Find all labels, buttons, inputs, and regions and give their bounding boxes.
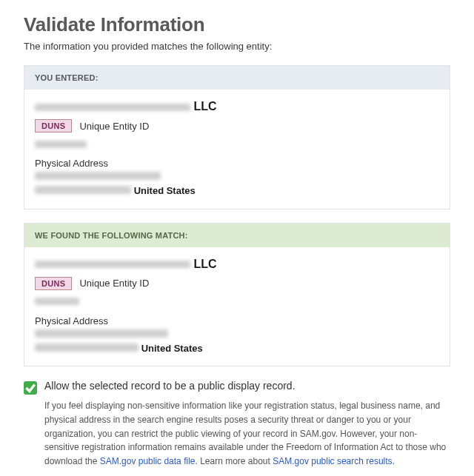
entered-panel: YOU ENTERED: LLC DUNS Unique Entity ID P…: [24, 65, 450, 209]
public-data-file-link[interactable]: SAM.gov public data file: [100, 456, 196, 466]
uei-label: Unique Entity ID: [79, 278, 149, 289]
entered-entity-suffix: LLC: [193, 100, 216, 113]
redacted-entity-name: [35, 261, 190, 268]
duns-badge: DUNS: [35, 119, 72, 133]
redacted-address-line1: [35, 172, 161, 180]
public-display-help: If you feel displaying non-sensitive inf…: [44, 399, 450, 468]
public-display-label: Allow the selected record to be a public…: [44, 380, 296, 392]
redacted-address-line1: [35, 329, 168, 338]
match-entity-suffix: LLC: [193, 258, 216, 270]
redacted-address-line2: [35, 186, 131, 194]
entered-address-country: United States: [134, 185, 196, 196]
redacted-uei-value: [35, 141, 87, 148]
redacted-address-line2: [35, 343, 138, 352]
match-address-country: United States: [141, 343, 203, 354]
match-header: WE FOUND THE FOLLOWING MATCH:: [24, 224, 450, 247]
match-entity-name: LLC: [35, 258, 439, 271]
match-address: United States: [35, 328, 439, 356]
public-search-results-link[interactable]: SAM.gov public search results: [273, 456, 392, 466]
duns-badge: DUNS: [35, 277, 72, 290]
redacted-uei-value: [35, 298, 79, 305]
redacted-entity-name: [35, 104, 190, 111]
entered-header: YOU ENTERED:: [24, 66, 450, 90]
match-address-label: Physical Address: [35, 315, 439, 326]
public-display-checkbox[interactable]: [24, 381, 37, 395]
uei-label: Unique Entity ID: [79, 121, 149, 132]
page-title: Validate Information: [24, 13, 450, 36]
entered-address-label: Physical Address: [35, 158, 439, 169]
entered-address: United States: [35, 170, 439, 198]
page-subtitle: The information you provided matches the…: [24, 41, 450, 52]
match-panel: WE FOUND THE FOLLOWING MATCH: LLC DUNS U…: [24, 223, 450, 367]
entered-entity-name: LLC: [35, 100, 439, 113]
